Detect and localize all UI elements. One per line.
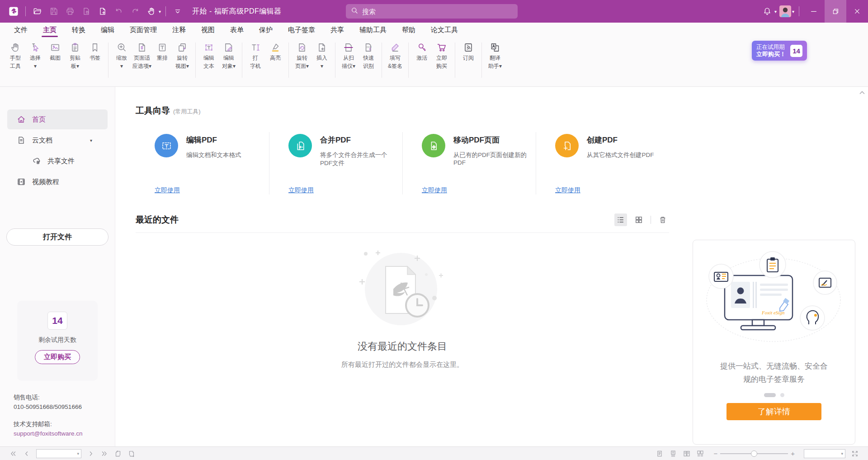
search-input[interactable] bbox=[362, 8, 498, 15]
tool-select-tool[interactable]: 选择▾ bbox=[25, 42, 45, 70]
tool-rotate-pages[interactable]: 旋转页面▾ bbox=[292, 42, 312, 70]
menu-tab-论文工具[interactable]: 论文工具 bbox=[423, 23, 466, 37]
open-file-button[interactable]: 打开文件 bbox=[6, 228, 108, 246]
folder-open-icon[interactable] bbox=[32, 5, 43, 17]
sidebar-item-视频教程[interactable]: 视频教程 bbox=[0, 172, 115, 192]
carousel-dots[interactable] bbox=[693, 393, 855, 397]
menu-tab-文件[interactable]: 文件 bbox=[6, 23, 35, 37]
support-email-address[interactable]: support@foxitsoftware.cn bbox=[14, 429, 83, 438]
zoom-level-input[interactable] bbox=[806, 451, 838, 457]
continuous-view-icon[interactable] bbox=[668, 449, 678, 459]
menu-tab-编辑[interactable]: 编辑 bbox=[93, 23, 122, 37]
menu-tab-表单[interactable]: 表单 bbox=[222, 23, 251, 37]
toolbar-group: 从扫描仪▾OCR快速识别 bbox=[339, 42, 378, 78]
sidebar-item-首页[interactable]: 首页 bbox=[7, 109, 108, 129]
zoom-out-icon[interactable]: − bbox=[711, 450, 720, 457]
tool-fill-sign[interactable]: 填写&签名 bbox=[385, 42, 405, 70]
foxit-logo-icon[interactable] bbox=[8, 5, 19, 17]
menu-tab-注释[interactable]: 注释 bbox=[165, 23, 193, 37]
sidebar-item-云文档[interactable]: 云文档▾ bbox=[0, 130, 115, 150]
create-pdf-icon bbox=[555, 134, 579, 157]
tool-subscribe[interactable]: 订阅 bbox=[458, 42, 478, 62]
tool-cart[interactable]: 立即购买 bbox=[432, 42, 452, 70]
tool-rotate-view[interactable]: 旋转视图▾ bbox=[172, 42, 192, 70]
tool-edit-text[interactable]: 编辑文本 bbox=[199, 42, 219, 70]
zoom-slider[interactable]: − + bbox=[711, 450, 797, 457]
menu-tab-辅助工具[interactable]: 辅助工具 bbox=[352, 23, 394, 37]
zoom-level-combobox[interactable]: ▾ bbox=[804, 449, 845, 458]
use-now-link[interactable]: 立即使用 bbox=[555, 186, 580, 194]
facing-view-icon[interactable] bbox=[682, 449, 692, 459]
next-view-icon[interactable] bbox=[127, 449, 137, 459]
list-view-icon[interactable] bbox=[614, 213, 627, 226]
tool-clipboard[interactable]: 剪贴板▾ bbox=[65, 42, 85, 70]
card-title: 创建PDF bbox=[587, 135, 654, 145]
user-avatar[interactable] bbox=[779, 5, 791, 17]
tools-guide-subtitle: (常用工具) bbox=[173, 108, 201, 116]
menu-tab-页面管理[interactable]: 页面管理 bbox=[122, 23, 165, 37]
zoom-combobox-caret[interactable]: ▾ bbox=[841, 451, 843, 456]
next-page-icon[interactable] bbox=[86, 449, 96, 459]
close-button[interactable] bbox=[846, 0, 868, 23]
single-page-view-icon[interactable] bbox=[655, 449, 665, 459]
menu-tab-共享[interactable]: 共享 bbox=[323, 23, 352, 37]
carousel-dot[interactable] bbox=[780, 393, 784, 397]
hand-icon[interactable] bbox=[146, 5, 157, 17]
tool-snapshot[interactable]: 截图 bbox=[45, 42, 65, 62]
tool-highlight[interactable]: 高亮 bbox=[265, 42, 285, 62]
notification-bell-icon[interactable] bbox=[761, 5, 773, 17]
menu-tab-电子签章[interactable]: 电子签章 bbox=[280, 23, 323, 37]
sidebar-item-共享文件[interactable]: 共享文件 bbox=[0, 151, 115, 171]
use-now-link[interactable]: 立即使用 bbox=[155, 186, 180, 194]
tool-hand-tool[interactable]: 手型工具 bbox=[5, 42, 25, 70]
minimize-button[interactable] bbox=[803, 0, 825, 23]
toolbar-group: 翻译助手▾ bbox=[485, 42, 505, 78]
use-now-link[interactable]: 立即使用 bbox=[422, 186, 447, 194]
zoom-slider-track[interactable] bbox=[720, 453, 788, 454]
tool-label: 选择 bbox=[30, 54, 41, 62]
previous-page-icon[interactable] bbox=[22, 449, 32, 459]
page-combobox-caret[interactable]: ▾ bbox=[77, 451, 79, 456]
menu-tab-帮助[interactable]: 帮助 bbox=[394, 23, 423, 37]
chevron-down-icon[interactable]: ▾ bbox=[90, 138, 92, 143]
tool-typewriter[interactable]: 打字机 bbox=[245, 42, 265, 70]
trial-purchase-badge[interactable]: 正在试用期 立即购买！ 14 bbox=[752, 41, 807, 61]
tool-reflow[interactable]: 重排 bbox=[152, 42, 172, 62]
bell-dropdown-caret[interactable]: ▾ bbox=[774, 9, 777, 14]
hand-dropdown-caret[interactable]: ▾ bbox=[159, 9, 161, 14]
tool-activate[interactable]: 激活 bbox=[412, 42, 432, 62]
menu-tab-视图[interactable]: 视图 bbox=[193, 23, 222, 37]
previous-view-icon[interactable] bbox=[113, 449, 123, 459]
scroll-up-icon[interactable] bbox=[859, 89, 865, 97]
tool-scanner[interactable]: 从扫描仪▾ bbox=[339, 42, 359, 70]
last-page-icon[interactable] bbox=[99, 449, 109, 459]
facing-continuous-view-icon[interactable] bbox=[695, 449, 705, 459]
menu-tab-转换[interactable]: 转换 bbox=[64, 23, 93, 37]
tool-bookmark[interactable]: 书签 bbox=[85, 42, 105, 62]
carousel-dot-active[interactable] bbox=[764, 393, 776, 397]
tool-zoom[interactable]: 缩放▾ bbox=[112, 42, 132, 70]
new-doc-icon[interactable] bbox=[97, 5, 108, 17]
grid-view-icon[interactable] bbox=[632, 213, 645, 226]
fullscreen-icon[interactable] bbox=[850, 449, 860, 459]
clear-recent-trash-icon[interactable] bbox=[656, 213, 669, 226]
buy-now-button[interactable]: 立即购买 bbox=[35, 350, 80, 364]
tool-ocr[interactable]: OCR快速识别 bbox=[359, 42, 378, 70]
first-page-icon[interactable] bbox=[8, 449, 18, 459]
search-box[interactable] bbox=[346, 4, 518, 19]
tool-page-fit[interactable]: 页面适应选项▾ bbox=[132, 42, 152, 70]
menu-tab-主页[interactable]: 主页 bbox=[35, 23, 64, 37]
tool-edit-object[interactable]: 编辑对象▾ bbox=[219, 42, 239, 70]
zoom-in-icon[interactable]: + bbox=[788, 450, 797, 457]
page-number-input[interactable] bbox=[38, 451, 70, 457]
page-number-combobox[interactable]: ▾ bbox=[36, 449, 81, 458]
tool-insert-pages[interactable]: 插入▾ bbox=[312, 42, 332, 70]
restore-button[interactable] bbox=[825, 0, 846, 23]
avatar-dropdown-caret[interactable]: ▾ bbox=[792, 9, 794, 14]
zoom-slider-handle[interactable] bbox=[751, 451, 757, 457]
collapse-ribbon-icon[interactable] bbox=[172, 5, 184, 17]
learn-more-button[interactable]: 了解详情 bbox=[726, 403, 821, 420]
use-now-link[interactable]: 立即使用 bbox=[288, 186, 314, 194]
menu-tab-保护[interactable]: 保护 bbox=[251, 23, 280, 37]
tool-translate[interactable]: 翻译助手▾ bbox=[485, 42, 505, 70]
